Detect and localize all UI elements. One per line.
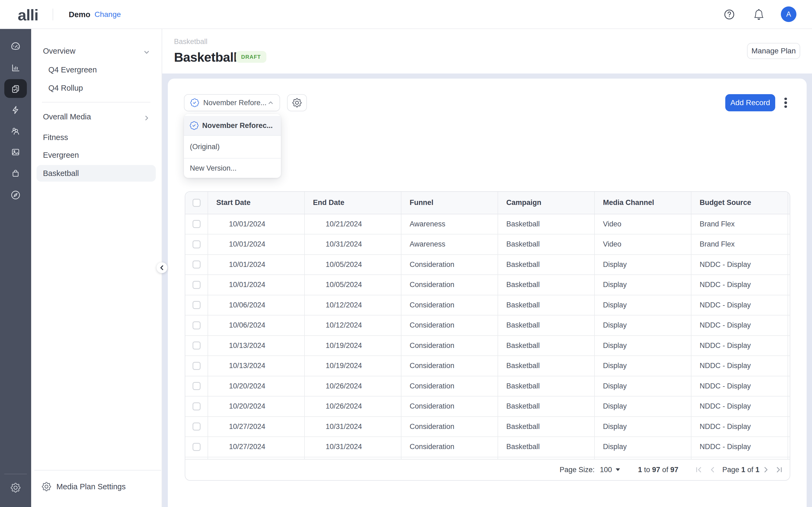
cell-start-date: 10/20/2024 (208, 396, 305, 416)
shopping-bag-icon[interactable] (11, 168, 20, 178)
more-options-kebab-icon[interactable] (779, 95, 792, 111)
sidebar-item-overview[interactable]: Overview (43, 47, 75, 56)
help-icon[interactable] (724, 9, 735, 20)
row-checkbox[interactable] (185, 234, 208, 254)
column-header-end-date[interactable]: End Date (305, 192, 401, 214)
media-plan-settings-label: Media Plan Settings (56, 482, 126, 491)
media-plan-settings[interactable]: Media Plan Settings (42, 481, 126, 492)
sidebar-item-q4-rollup[interactable]: Q4 Rollup (48, 84, 83, 93)
manage-plan-button[interactable]: Manage Plan (747, 43, 800, 59)
version-menu-item-current[interactable]: November Reforec... (184, 116, 281, 136)
version-selector[interactable]: November Refore... (184, 94, 280, 111)
sidebar-item-evergreen[interactable]: Evergreen (43, 151, 79, 160)
cell-campaign: Basketball (498, 437, 595, 457)
pagination-bar: Page Size: 100 1 to 97 of 97 Page 1 of 1 (185, 459, 790, 480)
cell-end-date: 10/12/2024 (305, 316, 401, 335)
cell-media-channel: Display (595, 316, 692, 335)
page-size-select[interactable]: 100 (600, 459, 620, 480)
row-checkbox[interactable] (185, 356, 208, 376)
row-checkbox[interactable] (185, 316, 208, 335)
cell-funnel: Awareness (401, 234, 498, 254)
cell-campaign: Basketball (498, 356, 595, 376)
media-plans-clipboard-icon[interactable] (11, 84, 20, 94)
cell-media-channel: Video (595, 234, 692, 254)
chevron-up-icon (268, 100, 273, 106)
cell-funnel: Consideration (401, 295, 498, 315)
reports-bar-chart-icon[interactable] (11, 63, 20, 73)
cell-funnel: Consideration (401, 316, 498, 335)
row-checkbox[interactable] (185, 336, 208, 356)
row-checkbox[interactable] (185, 275, 208, 295)
cell-budget-source: NDDC - Display (692, 396, 788, 416)
row-checkbox[interactable] (185, 295, 208, 315)
cell-start-date: 10/13/2024 (208, 336, 305, 356)
table-row: 10/20/2024 10/26/2024 Consideration Bask… (185, 376, 790, 397)
cell-end-date: 10/19/2024 (305, 356, 401, 376)
column-header-media-channel[interactable]: Media Channel (595, 192, 692, 214)
sidebar-item-overall-media[interactable]: Overall Media (43, 112, 91, 121)
table-row: 10/06/2024 10/12/2024 Consideration Bask… (185, 316, 790, 336)
rail-settings-gear-icon[interactable] (11, 483, 20, 493)
cell-funnel: Awareness (401, 214, 498, 234)
cell-end-date: 10/05/2024 (305, 275, 401, 295)
cell-media-channel: Display (595, 275, 692, 295)
add-record-button[interactable]: Add Record (725, 94, 775, 111)
alli-logo: alli (18, 6, 38, 24)
gear-icon (292, 98, 302, 107)
cell-budget-source: NDDC - Display (692, 376, 788, 396)
cell-end-date: 10/31/2024 (305, 437, 401, 457)
select-all-checkbox[interactable] (185, 192, 208, 214)
cell-start-date: 10/13/2024 (208, 356, 305, 376)
column-header-campaign[interactable]: Campaign (498, 192, 595, 214)
cell-campaign: Basketball (498, 336, 595, 356)
audiences-users-icon[interactable] (11, 126, 20, 136)
cell-funnel: Consideration (401, 376, 498, 396)
last-page-button[interactable] (775, 459, 783, 480)
column-header-start-date[interactable]: Start Date (208, 192, 305, 214)
sidebar-item-q4-evergreen[interactable]: Q4 Evergreen (48, 65, 97, 74)
cell-media-channel: Display (595, 437, 692, 457)
table-row: 10/27/2024 10/31/2024 Consideration Bask… (185, 437, 790, 457)
creative-image-icon[interactable] (11, 147, 20, 157)
column-header-funnel[interactable]: Funnel (401, 192, 498, 214)
change-workspace-link[interactable]: Change (95, 0, 121, 29)
row-checkbox[interactable] (185, 437, 208, 457)
version-menu-item-original[interactable]: (Original) (184, 136, 281, 159)
automation-lightning-icon[interactable] (11, 105, 20, 115)
row-gutter (788, 396, 790, 416)
column-header-budget-source[interactable]: Budget Source (692, 192, 788, 214)
version-settings-button[interactable] (287, 94, 307, 111)
cell-start-date: 10/01/2024 (208, 275, 305, 295)
cell-start-date: 10/20/2024 (208, 376, 305, 396)
row-checkbox[interactable] (185, 376, 208, 396)
discovery-compass-icon[interactable] (10, 190, 21, 201)
version-menu-item-new[interactable]: New Version... (184, 159, 281, 178)
breadcrumb[interactable]: Basketball (174, 38, 208, 46)
cell-funnel: Consideration (401, 255, 498, 275)
sidebar-item-fitness[interactable]: Fitness (43, 133, 68, 142)
row-checkbox[interactable] (185, 417, 208, 437)
row-checkbox[interactable] (185, 214, 208, 234)
first-page-button[interactable] (695, 459, 702, 480)
dashboard-gauge-icon[interactable] (10, 41, 21, 52)
cell-campaign: Basketball (498, 316, 595, 335)
cell-end-date: 10/31/2024 (305, 234, 401, 254)
cell-budget-source: NDDC - Display (692, 295, 788, 315)
row-checkbox[interactable] (185, 255, 208, 275)
cell-budget-source: NDDC - Display (692, 336, 788, 356)
cell-start-date: 10/01/2024 (208, 255, 305, 275)
cell-end-date: 10/12/2024 (305, 295, 401, 315)
next-page-button[interactable] (762, 459, 770, 480)
row-checkbox[interactable] (185, 396, 208, 416)
cell-campaign: Basketball (498, 295, 595, 315)
notifications-bell-icon[interactable] (754, 9, 764, 20)
avatar[interactable]: A (781, 6, 797, 22)
row-gutter (788, 214, 790, 234)
cell-end-date: 10/31/2024 (305, 417, 401, 437)
cell-campaign: Basketball (498, 214, 595, 234)
sidebar-collapse-handle[interactable] (157, 262, 167, 273)
prev-page-button[interactable] (709, 459, 716, 480)
topbar-divider (53, 9, 53, 20)
cell-funnel: Consideration (401, 356, 498, 376)
row-gutter (788, 336, 790, 356)
